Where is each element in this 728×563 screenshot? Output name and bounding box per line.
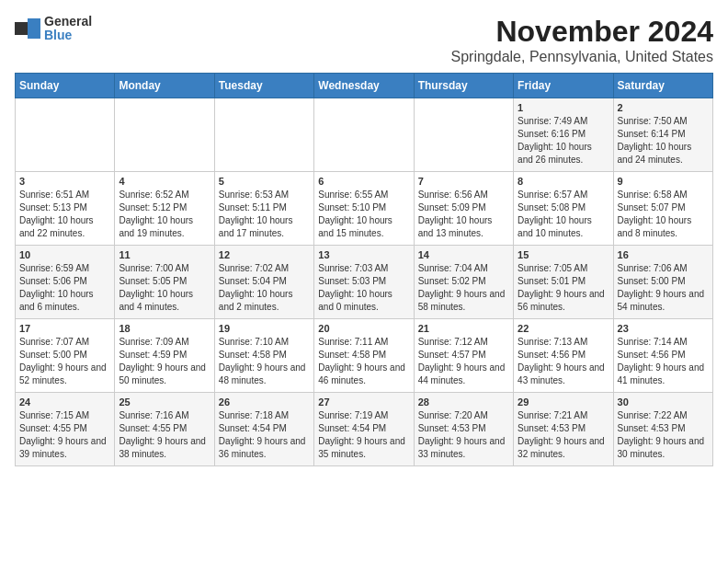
calendar-cell: 18Sunrise: 7:09 AM Sunset: 4:59 PM Dayli… bbox=[115, 319, 214, 393]
day-info: Sunrise: 7:02 AM Sunset: 5:04 PM Dayligh… bbox=[219, 262, 310, 314]
day-info: Sunrise: 7:13 AM Sunset: 4:56 PM Dayligh… bbox=[518, 336, 609, 387]
calendar-cell: 24Sunrise: 7:15 AM Sunset: 4:55 PM Dayli… bbox=[16, 393, 115, 466]
day-info: Sunrise: 6:56 AM Sunset: 5:09 PM Dayligh… bbox=[418, 189, 509, 240]
day-number: 17 bbox=[19, 323, 110, 334]
day-info: Sunrise: 7:04 AM Sunset: 5:02 PM Dayligh… bbox=[418, 262, 509, 314]
calendar-week-row: 1Sunrise: 7:49 AM Sunset: 6:16 PM Daylig… bbox=[16, 98, 713, 172]
calendar-cell: 12Sunrise: 7:02 AM Sunset: 5:04 PM Dayli… bbox=[214, 246, 313, 319]
calendar-cell: 20Sunrise: 7:11 AM Sunset: 4:58 PM Dayli… bbox=[314, 319, 414, 393]
calendar-cell: 2Sunrise: 7:50 AM Sunset: 6:14 PM Daylig… bbox=[613, 98, 712, 172]
calendar-week-row: 10Sunrise: 6:59 AM Sunset: 5:06 PM Dayli… bbox=[16, 246, 713, 319]
calendar-day-header: Saturday bbox=[613, 74, 712, 98]
calendar-cell: 10Sunrise: 6:59 AM Sunset: 5:06 PM Dayli… bbox=[16, 246, 115, 319]
day-info: Sunrise: 6:58 AM Sunset: 5:07 PM Dayligh… bbox=[618, 189, 709, 240]
calendar-header-row: SundayMondayTuesdayWednesdayThursdayFrid… bbox=[16, 74, 713, 98]
calendar-cell: 21Sunrise: 7:12 AM Sunset: 4:57 PM Dayli… bbox=[414, 319, 513, 393]
header: General Blue November 2024 Springdale, P… bbox=[15, 15, 713, 65]
day-number: 29 bbox=[518, 396, 609, 408]
day-info: Sunrise: 6:55 AM Sunset: 5:10 PM Dayligh… bbox=[318, 189, 409, 240]
calendar-cell: 27Sunrise: 7:19 AM Sunset: 4:54 PM Dayli… bbox=[314, 393, 414, 466]
day-info: Sunrise: 7:20 AM Sunset: 4:53 PM Dayligh… bbox=[418, 409, 509, 461]
day-number: 16 bbox=[618, 249, 709, 260]
calendar-day-header: Thursday bbox=[414, 74, 513, 98]
calendar-cell: 26Sunrise: 7:18 AM Sunset: 4:54 PM Dayli… bbox=[214, 393, 313, 466]
day-number: 30 bbox=[618, 396, 709, 408]
calendar-cell: 30Sunrise: 7:22 AM Sunset: 4:53 PM Dayli… bbox=[613, 393, 712, 466]
day-info: Sunrise: 7:22 AM Sunset: 4:53 PM Dayligh… bbox=[618, 409, 709, 461]
calendar-cell bbox=[314, 98, 414, 172]
day-info: Sunrise: 7:00 AM Sunset: 5:05 PM Dayligh… bbox=[119, 262, 210, 314]
day-number: 28 bbox=[418, 396, 509, 408]
day-info: Sunrise: 6:52 AM Sunset: 5:12 PM Dayligh… bbox=[119, 189, 210, 240]
calendar-body: 1Sunrise: 7:49 AM Sunset: 6:16 PM Daylig… bbox=[16, 98, 713, 466]
calendar-cell: 15Sunrise: 7:05 AM Sunset: 5:01 PM Dayli… bbox=[514, 246, 613, 319]
calendar-cell: 29Sunrise: 7:21 AM Sunset: 4:53 PM Dayli… bbox=[514, 393, 613, 466]
calendar-cell bbox=[115, 98, 214, 172]
title-area: November 2024 Springdale, Pennsylvania, … bbox=[450, 15, 713, 65]
calendar-cell bbox=[16, 98, 115, 172]
calendar-cell: 17Sunrise: 7:07 AM Sunset: 5:00 PM Dayli… bbox=[16, 319, 115, 393]
day-number: 6 bbox=[318, 176, 409, 187]
day-number: 5 bbox=[219, 176, 310, 187]
day-info: Sunrise: 6:59 AM Sunset: 5:06 PM Dayligh… bbox=[19, 262, 110, 314]
day-number: 10 bbox=[19, 249, 110, 260]
calendar-cell: 1Sunrise: 7:49 AM Sunset: 6:16 PM Daylig… bbox=[514, 98, 613, 172]
day-number: 13 bbox=[318, 249, 409, 260]
day-number: 25 bbox=[119, 396, 210, 408]
day-number: 12 bbox=[219, 249, 310, 260]
calendar-day-header: Friday bbox=[514, 74, 613, 98]
day-number: 1 bbox=[518, 102, 609, 113]
day-info: Sunrise: 7:50 AM Sunset: 6:14 PM Dayligh… bbox=[618, 115, 709, 167]
day-number: 24 bbox=[19, 396, 110, 408]
calendar-day-header: Tuesday bbox=[214, 74, 313, 98]
day-number: 8 bbox=[518, 176, 609, 187]
day-number: 3 bbox=[19, 176, 110, 187]
day-number: 2 bbox=[618, 102, 709, 113]
calendar-cell: 11Sunrise: 7:00 AM Sunset: 5:05 PM Dayli… bbox=[115, 246, 214, 319]
calendar-cell: 8Sunrise: 6:57 AM Sunset: 5:08 PM Daylig… bbox=[514, 172, 613, 246]
day-info: Sunrise: 7:10 AM Sunset: 4:58 PM Dayligh… bbox=[219, 336, 310, 387]
calendar-cell: 3Sunrise: 6:51 AM Sunset: 5:13 PM Daylig… bbox=[16, 172, 115, 246]
calendar-cell: 14Sunrise: 7:04 AM Sunset: 5:02 PM Dayli… bbox=[414, 246, 513, 319]
day-number: 20 bbox=[318, 323, 409, 334]
logo-general: General bbox=[44, 15, 92, 29]
page-title: November 2024 bbox=[450, 15, 713, 49]
day-info: Sunrise: 7:49 AM Sunset: 6:16 PM Dayligh… bbox=[518, 115, 609, 167]
calendar-cell: 22Sunrise: 7:13 AM Sunset: 4:56 PM Dayli… bbox=[514, 319, 613, 393]
day-info: Sunrise: 6:57 AM Sunset: 5:08 PM Dayligh… bbox=[518, 189, 609, 240]
day-info: Sunrise: 7:09 AM Sunset: 4:59 PM Dayligh… bbox=[119, 336, 210, 387]
calendar-cell: 19Sunrise: 7:10 AM Sunset: 4:58 PM Dayli… bbox=[214, 319, 313, 393]
day-info: Sunrise: 7:15 AM Sunset: 4:55 PM Dayligh… bbox=[19, 409, 110, 461]
svg-marker-1 bbox=[28, 18, 40, 39]
day-number: 22 bbox=[518, 323, 609, 334]
day-number: 21 bbox=[418, 323, 509, 334]
day-number: 7 bbox=[418, 176, 509, 187]
calendar-cell bbox=[214, 98, 313, 172]
calendar-day-header: Sunday bbox=[16, 74, 115, 98]
day-number: 4 bbox=[119, 176, 210, 187]
calendar-week-row: 24Sunrise: 7:15 AM Sunset: 4:55 PM Dayli… bbox=[16, 393, 713, 466]
calendar-day-header: Wednesday bbox=[314, 74, 414, 98]
day-info: Sunrise: 7:16 AM Sunset: 4:55 PM Dayligh… bbox=[119, 409, 210, 461]
calendar-cell: 16Sunrise: 7:06 AM Sunset: 5:00 PM Dayli… bbox=[613, 246, 712, 319]
calendar-cell: 13Sunrise: 7:03 AM Sunset: 5:03 PM Dayli… bbox=[314, 246, 414, 319]
logo-icon bbox=[15, 18, 40, 39]
svg-rect-0 bbox=[15, 22, 28, 35]
day-number: 18 bbox=[119, 323, 210, 334]
calendar-cell: 28Sunrise: 7:20 AM Sunset: 4:53 PM Dayli… bbox=[414, 393, 513, 466]
calendar-cell: 25Sunrise: 7:16 AM Sunset: 4:55 PM Dayli… bbox=[115, 393, 214, 466]
calendar-cell: 7Sunrise: 6:56 AM Sunset: 5:09 PM Daylig… bbox=[414, 172, 513, 246]
day-number: 26 bbox=[219, 396, 310, 408]
day-info: Sunrise: 7:18 AM Sunset: 4:54 PM Dayligh… bbox=[219, 409, 310, 461]
calendar-table: SundayMondayTuesdayWednesdayThursdayFrid… bbox=[15, 73, 713, 466]
page-subtitle: Springdale, Pennsylvania, United States bbox=[450, 49, 713, 65]
calendar-cell: 9Sunrise: 6:58 AM Sunset: 5:07 PM Daylig… bbox=[613, 172, 712, 246]
day-info: Sunrise: 7:19 AM Sunset: 4:54 PM Dayligh… bbox=[318, 409, 409, 461]
logo-blue: Blue bbox=[44, 29, 92, 42]
calendar-day-header: Monday bbox=[115, 74, 214, 98]
calendar-week-row: 17Sunrise: 7:07 AM Sunset: 5:00 PM Dayli… bbox=[16, 319, 713, 393]
day-info: Sunrise: 7:14 AM Sunset: 4:56 PM Dayligh… bbox=[618, 336, 709, 387]
day-info: Sunrise: 7:06 AM Sunset: 5:00 PM Dayligh… bbox=[618, 262, 709, 314]
day-info: Sunrise: 7:11 AM Sunset: 4:58 PM Dayligh… bbox=[318, 336, 409, 387]
logo: General Blue bbox=[15, 15, 92, 43]
